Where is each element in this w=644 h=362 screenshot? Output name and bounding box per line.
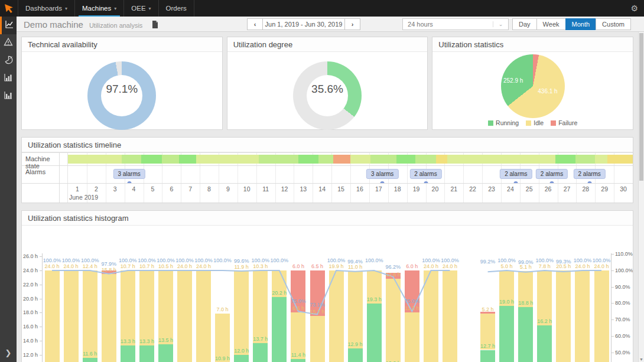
sidebar-item-histogram[interactable] [0, 70, 17, 87]
alarm-badge[interactable]: 3 alarms [366, 169, 398, 179]
machine-state-segment[interactable] [122, 155, 142, 164]
timeline-gridline [181, 166, 181, 183]
timeline-gridline [313, 166, 313, 183]
scrollbar-down-arrow-icon[interactable]: ▼ [639, 357, 644, 361]
timeline-gridline [162, 184, 162, 203]
timeline-gridline [388, 184, 389, 203]
export-report-icon[interactable] [152, 21, 158, 31]
timeline-axis-month: June 2019 [69, 194, 98, 201]
nav-item-dashboards[interactable]: Dashboards▾ [18, 0, 75, 17]
timeline-axis-day: 27 [564, 185, 571, 193]
next-period-button[interactable]: › [344, 18, 360, 30]
vertical-scrollbar[interactable]: ▼ [638, 17, 644, 362]
sidebar-item-columns[interactable] [0, 87, 17, 105]
availability-percent-label: 99.2% [480, 259, 496, 265]
machine-state-segment[interactable] [447, 155, 555, 164]
timeline-gridline [520, 184, 521, 203]
machine-state-segment[interactable] [318, 155, 334, 164]
machine-state-segment[interactable] [333, 155, 350, 164]
technical-availability-donut-chart[interactable] [87, 61, 156, 130]
date-range-button[interactable]: Jun 1, 2019 - Jun 30, 2019 [262, 18, 345, 30]
machine-state-segment[interactable] [415, 155, 436, 164]
alarm-badge[interactable]: 2 alarms [500, 169, 532, 179]
failure-hours-label: 6.5 h [311, 263, 323, 269]
machine-state-segment[interactable] [396, 155, 415, 164]
machine-state-segment[interactable] [555, 155, 575, 164]
sidebar-item-alarms[interactable] [0, 34, 17, 52]
range-button-month[interactable]: Month [565, 18, 597, 30]
timeline-row-label-alarms: Alarms [22, 166, 60, 183]
sidebar-item-utilization-analysis[interactable] [0, 17, 17, 34]
prev-period-button[interactable]: ‹ [247, 18, 263, 30]
timeline-axis-day: 8 [207, 185, 211, 193]
machine-state-segment[interactable] [196, 155, 259, 164]
timeline-axis-day: 14 [318, 185, 326, 193]
timeline-gridline [294, 184, 294, 203]
nav-item-machines[interactable]: Machines▾ [75, 0, 124, 17]
machine-state-segment[interactable] [575, 155, 596, 164]
availability-percent-label: 99.4% [347, 259, 363, 265]
sidebar-item-statistics[interactable] [0, 52, 17, 70]
machine-state-track[interactable] [68, 153, 633, 165]
timeline-gridline [614, 166, 614, 183]
caret-down-icon: ▾ [114, 6, 116, 11]
range-button-day[interactable]: Day [512, 18, 537, 30]
machine-state-segment[interactable] [370, 155, 397, 164]
machine-state-segment[interactable] [607, 155, 633, 164]
sidebar-expand-chevron-icon[interactable]: ❯ [0, 348, 17, 357]
range-button-week[interactable]: Week [536, 18, 566, 30]
timeline-axis-day: 20 [432, 185, 439, 193]
timeline-gridline [313, 184, 313, 203]
nav-item-oee[interactable]: OEE▾ [124, 0, 158, 17]
running-hours-label: 13.5 h [158, 337, 173, 343]
availability-percent-label: 100.0% [252, 257, 270, 263]
timeline-gridline [181, 184, 181, 203]
timeline-gridline [331, 166, 332, 183]
utilization-statistics-pie-chart[interactable] [501, 54, 565, 118]
idle-hours-label: 10.3 h [253, 263, 268, 269]
idle-hours-label: 10.7 h [139, 263, 154, 269]
alarm-badge[interactable]: 2 alarms [574, 169, 606, 179]
interval-select[interactable]: 24 hours ⌄ [402, 18, 509, 30]
range-button-custom[interactable]: Custom [596, 18, 631, 30]
timeline-axis-day: 23 [488, 185, 495, 193]
legend-item-running[interactable]: Running [488, 119, 519, 126]
machine-state-segment[interactable] [298, 155, 318, 164]
legend-item-failure[interactable]: Failure [551, 119, 577, 126]
forcam-logo-icon[interactable] [0, 0, 18, 17]
panel-title: Technical availability [22, 37, 222, 52]
machine-state-segment[interactable] [141, 155, 162, 164]
machine-state-segment[interactable] [595, 155, 607, 164]
chevron-down-icon: ⌄ [493, 21, 508, 27]
scrollbar-thumb[interactable] [639, 33, 643, 181]
idle-hours-label: 11.9 h [235, 264, 249, 270]
machine-state-segment[interactable] [436, 155, 447, 164]
machine-state-segment[interactable] [162, 155, 179, 164]
alarm-badge[interactable]: 3 alarms [113, 169, 145, 179]
settings-gear-icon[interactable]: ⚙ [625, 0, 644, 17]
panel-utilization-degree: Utilization degree 35.6% [227, 37, 428, 130]
panel-title: Utilization degree [227, 37, 428, 52]
nav-item-label: OEE [131, 5, 145, 12]
timeline-gridline [482, 184, 483, 203]
timeline-gridline [238, 166, 238, 183]
availability-percent-label: 99.0% [518, 259, 534, 265]
legend-item-idle[interactable]: Idle [526, 119, 544, 126]
running-hours-label: 19.3 h [367, 296, 382, 302]
timeline-gridline [444, 184, 445, 203]
idle-hours-label: 7.0 h [217, 306, 229, 312]
utilization-degree-donut-chart[interactable] [293, 61, 362, 130]
alarm-badge[interactable]: 2 alarms [409, 169, 441, 179]
warning-triangle-icon [4, 37, 13, 49]
machine-state-segment[interactable] [68, 155, 122, 164]
alarm-badge[interactable]: 2 alarms [536, 169, 568, 179]
machine-state-segment[interactable] [259, 155, 298, 164]
timeline-row-label-machine-state: Machine state [22, 153, 60, 165]
machine-name: Demo machine [24, 19, 83, 30]
machine-state-segment[interactable] [179, 155, 196, 164]
column-chart-icon [4, 90, 13, 102]
timeline-gridline [576, 184, 577, 203]
nav-item-orders[interactable]: Orders [159, 0, 194, 17]
timeline-gridline [219, 166, 219, 183]
machine-state-segment[interactable] [350, 155, 370, 164]
